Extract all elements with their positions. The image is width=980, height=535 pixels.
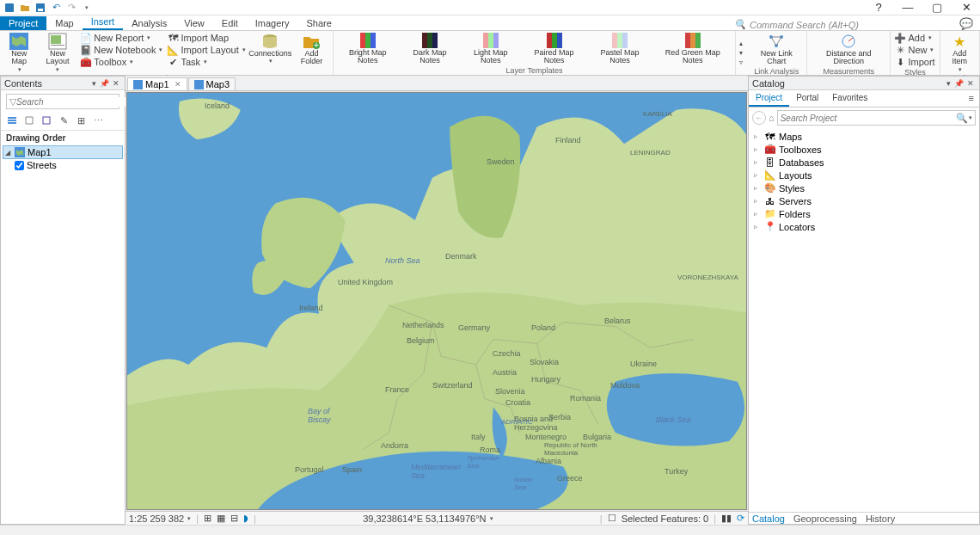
coordinates-readout[interactable]: 39,3238614°E 53,1134976°N ▾ bbox=[363, 513, 493, 524]
tree-layer-streets[interactable]: Streets bbox=[3, 159, 123, 171]
toolbox-button[interactable]: 🧰Toolbox▾ bbox=[79, 56, 164, 68]
help-button[interactable]: ? bbox=[868, 2, 889, 14]
ribbon-tab-insert[interactable]: Insert bbox=[83, 15, 124, 30]
open-project-icon[interactable] bbox=[19, 2, 31, 14]
layer-templates-scroll[interactable]: ▴▾▿ bbox=[736, 31, 747, 75]
contents-search-input[interactable] bbox=[16, 97, 126, 107]
expand-icon[interactable]: ▹ bbox=[754, 158, 761, 166]
catalog-item-styles[interactable]: ▹🎨Styles bbox=[752, 181, 976, 194]
catalog-item-databases[interactable]: ▹🗄Databases bbox=[752, 156, 976, 169]
ribbon-tab-share[interactable]: Share bbox=[298, 16, 340, 30]
import-map-button[interactable]: 🗺Import Map bbox=[166, 32, 247, 44]
list-by-editing-icon[interactable]: ✎ bbox=[58, 114, 70, 126]
search-icon[interactable]: 🔍 bbox=[956, 113, 968, 124]
expand-icon[interactable]: ▹ bbox=[754, 171, 761, 179]
catalog-close-icon[interactable]: ✕ bbox=[965, 79, 976, 88]
scale-dropdown-icon[interactable]: ▾ bbox=[187, 515, 191, 522]
layer-template-button[interactable]: Bright Map Notes bbox=[336, 32, 399, 66]
catalog-tab-project[interactable]: Project bbox=[749, 90, 789, 107]
catalog-search-input[interactable] bbox=[781, 114, 956, 123]
layer-template-button[interactable]: Red Green Map Notes bbox=[653, 32, 732, 66]
contents-search[interactable]: ▽ 🔍 ▾ bbox=[6, 94, 119, 109]
contents-close-icon[interactable]: ✕ bbox=[111, 79, 121, 88]
catalog-item-folders[interactable]: ▹📁Folders bbox=[752, 207, 976, 220]
new-layout-button[interactable]: New Layout▾ bbox=[38, 32, 78, 74]
catalog-item-toolboxes[interactable]: ▹🧰Toolboxes bbox=[752, 143, 976, 156]
list-by-source-icon[interactable] bbox=[23, 114, 35, 126]
styles-add-button[interactable]: ➕Add▾ bbox=[893, 32, 936, 44]
catalog-item-servers[interactable]: ▹🖧Servers bbox=[752, 194, 976, 207]
bottom-tab-catalog[interactable]: Catalog bbox=[752, 513, 785, 524]
grid-icon[interactable]: ⊟ bbox=[230, 513, 238, 524]
catalog-back-button[interactable]: ← bbox=[752, 111, 766, 125]
constraint-icon[interactable]: ⊞ bbox=[204, 513, 211, 524]
expand-icon[interactable]: ▹ bbox=[754, 223, 761, 231]
catalog-pin-icon[interactable]: 📌 bbox=[952, 79, 965, 88]
catalog-search[interactable]: 🔍 ▾ bbox=[777, 110, 976, 126]
redo-icon[interactable]: ↷ bbox=[65, 2, 77, 14]
layer-template-button[interactable]: Light Map Notes bbox=[461, 32, 520, 66]
expand-icon[interactable]: ▹ bbox=[754, 145, 761, 153]
task-button[interactable]: ✔Task▾ bbox=[166, 56, 247, 68]
new-report-button[interactable]: 📄New Report▾ bbox=[79, 32, 164, 44]
ribbon-tab-project[interactable]: Project bbox=[0, 16, 46, 30]
ribbon-tab-edit[interactable]: Edit bbox=[213, 16, 247, 30]
new-project-icon[interactable] bbox=[3, 2, 15, 14]
expand-icon[interactable]: ▹ bbox=[754, 210, 761, 218]
distance-direction-button[interactable]: Distance and Direction bbox=[810, 32, 887, 67]
selection-icon[interactable]: ☐ bbox=[608, 513, 616, 524]
collapse-icon[interactable]: ◢ bbox=[5, 149, 12, 157]
contents-pin-icon[interactable]: 📌 bbox=[98, 79, 111, 88]
catalog-item-layouts[interactable]: ▹📐Layouts bbox=[752, 169, 976, 181]
styles-new-button[interactable]: ✳New▾ bbox=[893, 44, 936, 56]
pause-drawing-icon[interactable]: ▮▮ bbox=[721, 513, 732, 524]
close-tab-icon[interactable]: ✕ bbox=[175, 80, 181, 89]
layer-template-button[interactable]: Paired Map Notes bbox=[522, 32, 586, 66]
undo-icon[interactable]: ↶ bbox=[50, 2, 62, 14]
layer-visibility-checkbox[interactable] bbox=[15, 161, 24, 170]
search-dropdown-icon[interactable]: ▾ bbox=[969, 114, 972, 121]
styles-import-button[interactable]: ⬇Import bbox=[893, 56, 936, 68]
contents-dropdown-icon[interactable]: ▾ bbox=[90, 79, 98, 88]
snap-icon[interactable]: ▦ bbox=[217, 513, 225, 524]
contents-more-icon[interactable]: ⋯ bbox=[92, 114, 104, 126]
catalog-tab-portal[interactable]: Portal bbox=[789, 90, 825, 107]
catalog-dropdown-icon[interactable]: ▾ bbox=[945, 79, 952, 88]
filter-icon[interactable]: ▽ bbox=[9, 96, 16, 108]
expand-icon[interactable]: ▹ bbox=[754, 197, 761, 205]
new-notebook-button[interactable]: 📓New Notebook▾ bbox=[79, 44, 164, 56]
list-by-selection-icon[interactable] bbox=[40, 114, 52, 126]
expand-icon[interactable]: ▹ bbox=[754, 184, 761, 192]
home-icon[interactable]: ⌂ bbox=[769, 113, 775, 123]
refresh-icon[interactable]: ⟳ bbox=[737, 513, 744, 524]
connections-button[interactable]: Connections▾ bbox=[249, 32, 291, 65]
new-map-button[interactable]: New Map▾ bbox=[3, 32, 36, 74]
minimize-button[interactable]: — bbox=[897, 2, 918, 14]
view-tab-map3[interactable]: Map3 bbox=[188, 77, 236, 90]
restore-button[interactable]: ▢ bbox=[927, 2, 947, 14]
scale-control[interactable]: 1:25 259 382 ▾ bbox=[129, 513, 191, 524]
layer-template-button[interactable]: Pastel Map Notes bbox=[588, 32, 652, 66]
bottom-tab-history[interactable]: History bbox=[866, 513, 895, 524]
map-canvas[interactable]: Iceland Sweden Finland KARELIA LENINGRAD… bbox=[126, 92, 747, 510]
bottom-tab-geoprocessing[interactable]: Geoprocessing bbox=[793, 513, 857, 524]
list-by-drawing-order-icon[interactable] bbox=[6, 114, 18, 126]
ribbon-tab-map[interactable]: Map bbox=[46, 16, 82, 30]
add-favorite-item-button[interactable]: ★ Add Item▾ bbox=[943, 32, 977, 74]
view-tab-map1[interactable]: Map1 ✕ bbox=[127, 77, 187, 90]
catalog-item-maps[interactable]: ▹🗺Maps bbox=[752, 130, 976, 143]
list-by-snapping-icon[interactable]: ⊞ bbox=[75, 114, 87, 126]
import-layout-button[interactable]: 📐Import Layout▾ bbox=[166, 44, 247, 56]
catalog-menu-icon[interactable]: ≡ bbox=[964, 90, 979, 107]
notifications-icon[interactable]: 💬 bbox=[952, 17, 980, 30]
catalog-tab-favorites[interactable]: Favorites bbox=[825, 90, 874, 107]
ribbon-tab-imagery[interactable]: Imagery bbox=[247, 16, 298, 30]
layer-template-button[interactable]: Dark Map Notes bbox=[401, 32, 459, 66]
ribbon-tab-view[interactable]: View bbox=[175, 16, 213, 30]
ribbon-tab-analysis[interactable]: Analysis bbox=[123, 16, 175, 30]
coords-dropdown-icon[interactable]: ▾ bbox=[490, 515, 493, 522]
add-folder-button[interactable]: + Add Folder bbox=[293, 32, 331, 67]
dynamic-icon[interactable]: ◗ bbox=[243, 513, 248, 524]
save-project-icon[interactable] bbox=[34, 2, 46, 14]
tree-map-node[interactable]: ◢ Map1 bbox=[3, 145, 123, 159]
